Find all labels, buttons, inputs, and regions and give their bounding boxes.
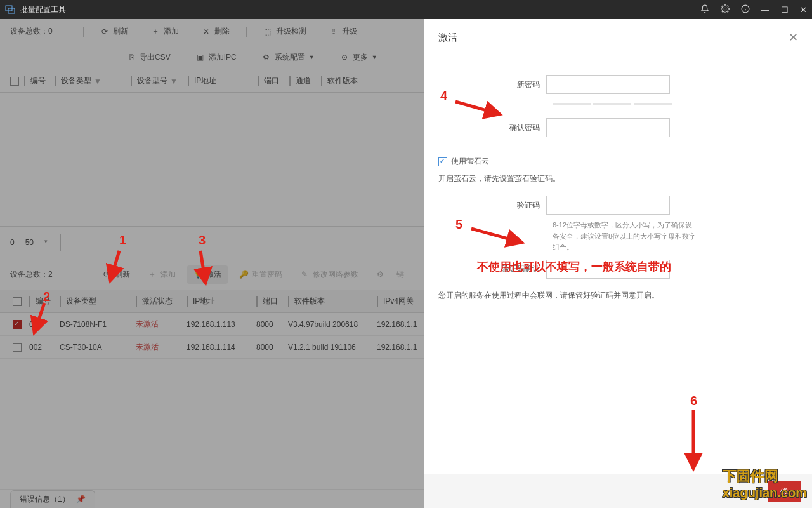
cell-id: 002: [29, 343, 60, 352]
new-password-label: 新密码: [438, 79, 546, 90]
col-id[interactable]: 编号: [24, 76, 55, 86]
app-icon: [5, 4, 15, 15]
select-all-checkbox[interactable]: [13, 297, 22, 306]
col-ip[interactable]: IP地址: [187, 296, 256, 307]
col-model[interactable]: 设备型号▼: [131, 76, 188, 86]
reset-password-button[interactable]: 🔑重置密码: [233, 265, 289, 284]
cell-status: 未激活: [136, 342, 187, 352]
bottom-device-count: 设备总数：2: [10, 269, 53, 280]
upgrade-icon: ⇪: [329, 27, 338, 36]
edit-icon: ✎: [300, 270, 309, 279]
page-size-select[interactable]: 50 ▾: [20, 234, 61, 251]
plus-icon: ＋: [151, 26, 160, 37]
maximize-button[interactable]: ☐: [781, 5, 789, 15]
ipc-icon: ▣: [196, 53, 205, 62]
select-all-checkbox[interactable]: [10, 77, 19, 86]
export-icon: ⎘: [127, 53, 136, 62]
verify-code-help: 6-12位字母或数字，区分大小写，为了确保设备安全，建议设置8位以上的大小写字母…: [553, 220, 698, 253]
confirm-password-input[interactable]: [546, 118, 670, 137]
cell-type: DS-7108N-F1: [60, 320, 136, 329]
notification-icon[interactable]: [700, 4, 709, 15]
col-type[interactable]: 设备类型: [60, 296, 136, 307]
titlebar: 批量配置工具 — ☐ ✕: [0, 0, 812, 19]
bulb-icon: 💡: [193, 270, 202, 279]
add-button[interactable]: ＋添加: [151, 26, 179, 37]
cell-ip: 192.168.1.113: [187, 320, 256, 329]
col-port[interactable]: 端口: [256, 296, 288, 307]
bottom-add-button[interactable]: ＋添加: [141, 265, 182, 284]
minimize-button[interactable]: —: [761, 5, 769, 15]
add-ipc-button[interactable]: ▣添加IPC: [196, 52, 237, 63]
settings-icon[interactable]: [721, 4, 730, 15]
col-port[interactable]: 端口: [258, 76, 289, 86]
cell-port: 8000: [256, 320, 288, 329]
confirm-password-label: 确认密码: [438, 123, 546, 133]
error-info-tab[interactable]: 错误信息（1） 📌: [10, 490, 95, 508]
use-cloud-checkbox[interactable]: [438, 157, 447, 166]
close-button[interactable]: ✕: [800, 5, 807, 15]
col-type[interactable]: 设备类型▼: [55, 76, 131, 86]
upgrade-button[interactable]: ⇪升级: [329, 26, 357, 37]
upgrade-check-icon: ⬚: [263, 27, 272, 36]
pin-icon: 📌: [76, 495, 86, 504]
cell-type: CS-T30-10A: [60, 343, 136, 352]
watermark: 下固件网 xiagujian.com: [723, 467, 807, 500]
verify-confirm-label: 验证码确认: [438, 264, 546, 274]
cell-gateway: 192.168.1.1: [377, 343, 428, 352]
refresh-button[interactable]: ⟳刷新: [100, 26, 128, 37]
verify-confirm-input[interactable]: [546, 260, 670, 279]
activation-panel: 激活 ✕ 新密码 确认密码 使用萤石云 开启萤石云，请先设置萤石验证码。 验证码…: [424, 19, 812, 508]
cell-ip: 192.168.1.114: [187, 343, 256, 352]
export-csv-button[interactable]: ⎘导出CSV: [127, 52, 171, 63]
cloud-notice: 您开启的服务在使用过程中会联网，请保管好验证码并同意开启。: [438, 290, 798, 301]
cell-software: V1.2.1 build 191106: [288, 343, 377, 352]
col-software[interactable]: 软件版本: [288, 296, 377, 307]
more-icon: ⊙: [340, 53, 349, 62]
page-number: 0: [10, 238, 15, 247]
col-gateway[interactable]: IPv4网关: [377, 296, 428, 307]
col-status[interactable]: 激活状态: [136, 296, 187, 307]
cell-gateway: 192.168.1.1: [377, 320, 428, 329]
verify-code-input[interactable]: [546, 196, 670, 215]
col-channel[interactable]: 通道: [289, 76, 321, 86]
gear-icon: ⚙: [262, 53, 271, 62]
col-id[interactable]: 编号: [29, 296, 60, 307]
more-button[interactable]: ⊙更多▼: [340, 52, 377, 63]
delete-button[interactable]: ✕删除: [202, 26, 230, 37]
close-icon[interactable]: ✕: [789, 30, 798, 44]
cloud-hint: 开启萤石云，请先设置萤石验证码。: [438, 173, 798, 184]
top-device-count: 设备总数：0: [10, 26, 53, 37]
filter-icon[interactable]: ▼: [94, 77, 104, 86]
bottom-refresh-button[interactable]: ⟳刷新: [96, 265, 136, 284]
use-cloud-label: 使用萤石云: [451, 156, 489, 167]
filter-icon[interactable]: ▼: [170, 77, 180, 86]
system-config-button[interactable]: ⚙系统配置▼: [262, 52, 315, 63]
new-password-input[interactable]: [546, 75, 670, 94]
refresh-icon: ⟳: [102, 270, 111, 279]
app-title: 批量配置工具: [20, 4, 66, 15]
refresh-icon: ⟳: [100, 27, 109, 36]
verify-code-label: 验证码: [438, 200, 546, 211]
cell-id: 001: [29, 320, 60, 329]
row-checkbox[interactable]: [13, 343, 22, 352]
gear-icon: ⚙: [376, 270, 385, 279]
plus-icon: ＋: [148, 269, 157, 280]
cell-status: 未激活: [136, 319, 187, 330]
info-icon[interactable]: [741, 4, 750, 15]
upgrade-check-button[interactable]: ⬚升级检测: [263, 26, 306, 37]
activate-button[interactable]: 💡激活: [187, 265, 228, 284]
edit-network-button[interactable]: ✎修改网络参数: [294, 265, 365, 284]
one-key-button[interactable]: ⚙一键: [370, 265, 410, 284]
password-strength: [553, 103, 798, 105]
delete-icon: ✕: [202, 27, 211, 36]
panel-title: 激活: [438, 32, 457, 44]
col-ip[interactable]: IP地址: [188, 76, 258, 86]
col-software[interactable]: 软件版本: [321, 76, 410, 86]
cell-software: V3.4.97build 200618: [288, 320, 377, 329]
key-icon: 🔑: [239, 270, 248, 279]
svg-point-2: [724, 8, 726, 10]
row-checkbox[interactable]: [13, 320, 22, 329]
cell-port: 8000: [256, 343, 288, 352]
